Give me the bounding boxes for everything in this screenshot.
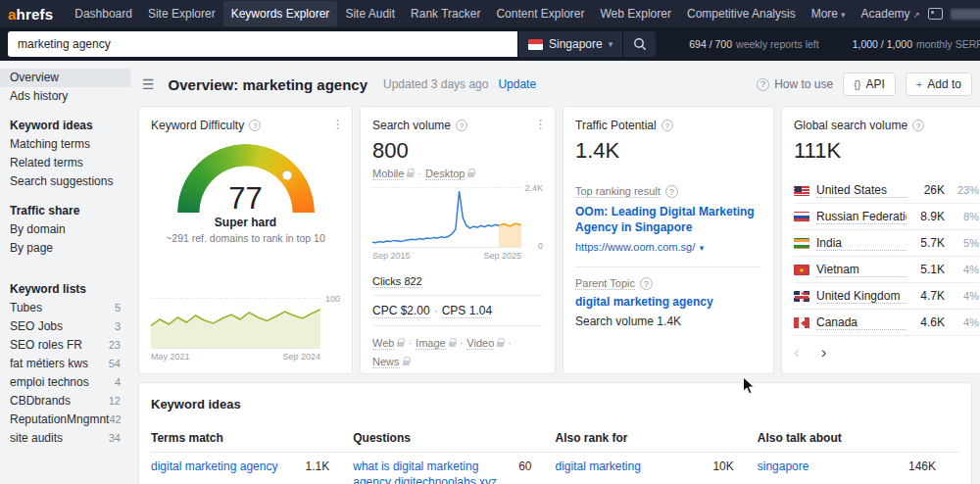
nav-dashboard[interactable]: Dashboard	[67, 1, 140, 26]
info-icon[interactable]: ?	[912, 120, 924, 131]
sidebar-item-list-tubes[interactable]: Tubes5	[0, 299, 130, 317]
keyword-search-input[interactable]	[8, 31, 517, 57]
sidebar-item-search-suggestions[interactable]: Search suggestions	[0, 172, 130, 191]
sidebar-item-list-seo-roles-fr[interactable]: SEO roles FR23	[0, 336, 130, 355]
api-button[interactable]: {}API	[843, 73, 896, 96]
keyword-link[interactable]: what is digital marketing agency digitec…	[353, 460, 509, 484]
sidebar-item-list-seo-jobs[interactable]: SEO Jobs3	[0, 317, 130, 336]
sidebar-item-list-fat-metiers[interactable]: fat métiers kws54	[0, 355, 130, 373]
sidebar-header-keyword-lists: Keyword lists	[0, 279, 130, 299]
nav-web-explorer[interactable]: Web Explorer	[592, 1, 678, 26]
sidebar-item-list-site-audits[interactable]: site audits34	[0, 429, 130, 448]
sidebar-header-keyword-ideas: Keyword ideas	[0, 116, 130, 135]
keyword-link[interactable]: digital marketing agency	[151, 460, 277, 475]
workspace-name-redacted[interactable]	[951, 9, 980, 20]
add-to-button[interactable]: +Add to	[906, 73, 972, 96]
info-icon[interactable]: ?	[249, 120, 261, 131]
video-toggle[interactable]: Video	[466, 337, 494, 350]
nav-more[interactable]: More▾	[804, 1, 854, 26]
prev-page-button[interactable]: ‹	[794, 346, 800, 360]
top-result-link[interactable]: OOm: Leading Digital Marketing Agency in…	[575, 204, 761, 235]
clicks-label[interactable]: Clicks 822	[372, 275, 422, 288]
sv-trend-chart[interactable]: 2.4K 0	[372, 187, 543, 248]
kd-history-chart[interactable]: 100	[151, 298, 340, 349]
ahrefs-logo[interactable]: ahrefs	[8, 6, 53, 23]
image-toggle[interactable]: Image	[416, 337, 446, 350]
workspace-icon[interactable]	[928, 8, 943, 20]
keyword-ideas-panel: Keyword ideas Terms match Questions Also…	[138, 382, 972, 484]
country-link[interactable]: Vietnam	[816, 263, 906, 277]
ru-flag-icon	[794, 212, 809, 222]
hamburger-icon[interactable]: ☰	[142, 76, 155, 92]
info-icon[interactable]: ?	[640, 277, 653, 290]
top-ranking-result-text[interactable]: Top ranking result	[575, 185, 661, 198]
kebab-menu-icon[interactable]: ⋮	[331, 117, 344, 131]
next-page-button[interactable]: ›	[821, 346, 827, 360]
sidebar-item-overview[interactable]: Overview	[0, 69, 130, 87]
dot-separator: ·	[417, 168, 421, 179]
nav-competitive-analysis[interactable]: Competitive Analysis	[679, 1, 804, 26]
parent-topic-link[interactable]: digital marketing agency	[575, 295, 761, 309]
desktop-toggle[interactable]: Desktop	[425, 168, 465, 180]
sidebar-item-list-emploi-technos[interactable]: emploi technos4	[0, 373, 130, 392]
country-selector[interactable]: Singapore ▾	[517, 31, 622, 57]
update-link[interactable]: Update	[498, 77, 536, 91]
keyword-link[interactable]: digital marketing	[556, 460, 641, 475]
country-link[interactable]: India	[816, 236, 906, 251]
search-button[interactable]	[622, 31, 656, 57]
web-toggle[interactable]: Web	[372, 337, 394, 350]
kebab-menu-icon[interactable]: ⋮	[534, 117, 547, 131]
country-link[interactable]: United States	[816, 183, 906, 198]
info-icon[interactable]: ?	[665, 185, 678, 198]
sidebar-item-list-cbdbrands[interactable]: CBDbrands12	[0, 392, 130, 411]
sv-chart-area	[372, 187, 521, 248]
sidebar-item-label: ReputationMngmnt	[10, 413, 109, 426]
mobile-toggle[interactable]: Mobile	[372, 168, 404, 180]
info-icon[interactable]: ?	[456, 120, 467, 131]
cps-label[interactable]: CPS 1.04	[442, 304, 492, 318]
sidebar-item-ads-history[interactable]: Ads history	[0, 87, 130, 106]
nav-site-audit[interactable]: Site Audit	[337, 1, 403, 26]
country-link[interactable]: Russian Federation	[816, 210, 906, 224]
sidebar-item-by-page[interactable]: By page	[0, 239, 130, 258]
divider	[575, 266, 761, 267]
sidebar-item-label: Ads history	[10, 90, 68, 103]
sidebar-item-by-domain[interactable]: By domain	[0, 220, 130, 239]
sidebar-item-related-terms[interactable]: Related terms	[0, 154, 130, 172]
nav-site-explorer[interactable]: Site Explorer	[140, 1, 223, 26]
nav-keywords-explorer[interactable]: Keywords Explorer	[223, 1, 338, 26]
in-flag-icon	[794, 238, 809, 249]
info-icon[interactable]: ?	[662, 120, 673, 131]
country-percent: 8%	[952, 211, 979, 222]
nav-rank-tracker[interactable]: Rank Tracker	[403, 1, 488, 26]
list-count: 4	[115, 376, 121, 389]
gsv-value: 111K	[794, 138, 979, 164]
gsv-title-label: Global search volume	[794, 119, 907, 132]
sidebar-item-label: emploi technos	[10, 376, 89, 389]
keyword-ideas-title: Keyword ideas	[151, 397, 959, 411]
kd-axis-max: 100	[325, 294, 340, 304]
list-count: 23	[109, 339, 121, 352]
chevron-down-icon[interactable]: ▾	[700, 243, 705, 253]
sv-card-title: Search volume?	[372, 119, 543, 132]
how-to-use-button[interactable]: ?How to use	[757, 77, 833, 91]
lock-icon	[407, 172, 414, 177]
plus-icon: +	[916, 78, 922, 90]
news-toggle[interactable]: News	[372, 356, 400, 368]
country-pagination: ‹ ›	[794, 346, 979, 360]
parent-topic-label: Parent Topic?	[575, 277, 761, 290]
country-link[interactable]: Canada	[816, 315, 906, 330]
country-link[interactable]: United Kingdom	[816, 289, 906, 304]
nav-content-explorer[interactable]: Content Explorer	[488, 1, 592, 26]
sidebar-item-matching-terms[interactable]: Matching terms	[0, 135, 130, 154]
top-result-url[interactable]: https://www.oom.com.sg/	[575, 241, 695, 253]
parent-topic-volume: Search volume 1.4K	[575, 315, 761, 328]
nav-academy[interactable]: Academy↗	[854, 1, 929, 26]
cpc-label[interactable]: CPC $2.00	[372, 304, 430, 318]
parent-topic-text[interactable]: Parent Topic	[575, 277, 635, 290]
sv-forecast-spark	[499, 188, 521, 247]
keyword-link[interactable]: singapore	[758, 460, 809, 475]
keyword-difficulty-card: Keyword Difficulty? ⋮ 77 Super hard ~291…	[138, 106, 353, 374]
sidebar-item-label: Search suggestions	[10, 175, 113, 188]
sidebar-item-list-reputationmngmnt[interactable]: ReputationMngmnt42	[0, 411, 130, 429]
